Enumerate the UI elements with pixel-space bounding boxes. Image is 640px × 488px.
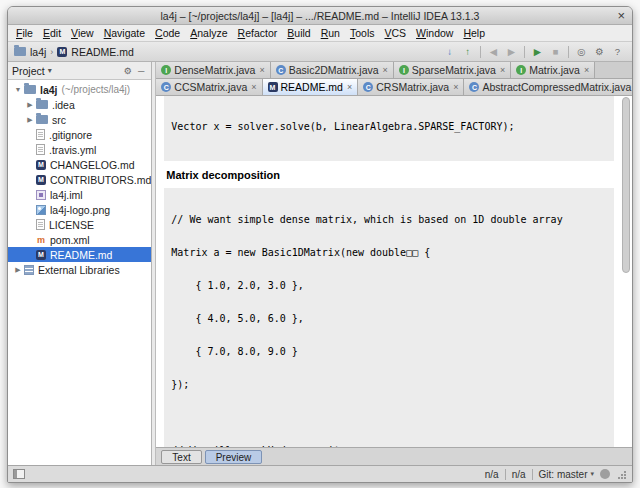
resize-grip[interactable] [616,469,627,480]
markdown-icon [36,175,46,185]
close-tab-icon[interactable]: × [453,82,458,92]
expand-arrow-icon[interactable]: ▼ [13,86,23,93]
run-icon[interactable]: ▶ [529,44,546,59]
menu-view[interactable]: View [66,26,99,40]
tab-label: DenseMatrix.java [174,64,255,76]
close-tab-icon[interactable]: × [251,82,256,92]
inspections-icon[interactable] [600,469,610,479]
tab-text-mode[interactable]: Text [161,450,201,464]
help-icon[interactable]: ? [609,44,626,59]
tree-item-gitignore[interactable]: .gitignore [8,127,151,142]
tree-item-contributors-md[interactable]: CONTRIBUTORS.md [8,172,151,187]
menu-file[interactable]: File [11,26,38,40]
toolbar-divider [480,46,481,58]
stop-icon[interactable]: ■ [547,44,564,59]
status-bar: n/a n/a Git: master ▾ [8,465,632,482]
tab-matrix[interactable]: Matrix.java × [511,62,595,78]
tree-item-src[interactable]: ▶ src [8,112,151,127]
menu-tools[interactable]: Tools [345,26,380,40]
collapse-arrow-icon[interactable]: ▶ [25,116,35,124]
editor-tab-row-1: DenseMatrix.java × Basic2DMatrix.java × … [156,62,632,79]
encoding-indicator: n/a [512,469,526,480]
title-bar: la4j – [~/projects/la4j] – [la4j] – .../… [8,7,632,25]
close-window-icon[interactable]: × [617,7,625,24]
close-tab-icon[interactable]: × [347,82,352,92]
back-icon[interactable]: ◀ [485,44,502,59]
collapse-arrow-icon[interactable]: ▶ [25,101,35,109]
tree-item-label: External Libraries [38,264,120,276]
menu-refactor[interactable]: Refactor [233,26,283,40]
tab-label: Basic2DMatrix.java [289,64,379,76]
breadcrumb-project[interactable]: la4j [30,46,46,58]
tab-ccsmatrix[interactable]: CCSMatrix.java × [156,79,262,95]
markdown-icon [57,47,67,57]
tab-preview-mode[interactable]: Preview [205,450,263,464]
tree-item-changelog-md[interactable]: CHANGELOG.md [8,157,151,172]
tree-item-la4j-iml[interactable]: la4j.iml [8,187,151,202]
menu-edit[interactable]: Edit [38,26,66,40]
vcs-commit-icon[interactable]: ↑ [459,44,476,59]
gear-icon[interactable]: ⚙ [121,66,135,76]
tab-sparsematrix[interactable]: SparseMatrix.java × [394,62,511,78]
markdown-preview: Vector x = solver.solve(b, LinearAlgebra… [156,96,632,447]
tab-basic2dmatrix[interactable]: Basic2DMatrix.java × [271,62,394,78]
text-file-icon [36,129,45,140]
menu-analyze[interactable]: Analyze [185,26,232,40]
menu-build[interactable]: Build [282,26,315,40]
tree-item-readme-md[interactable]: README.md [8,247,151,262]
menu-help[interactable]: Help [458,26,490,40]
search-icon[interactable]: ◎ [573,44,590,59]
tree-item-external-libraries[interactable]: ▶ External Libraries [8,262,151,277]
class-icon [161,82,171,92]
tab-label: CCSMatrix.java [174,81,247,93]
library-icon [24,265,34,275]
menu-vcs[interactable]: VCS [379,26,411,40]
tree-item-license[interactable]: LICENSE [8,217,151,232]
tab-abstractcompressedmatrix[interactable]: AbstractCompressedMatrix.java × [464,79,632,95]
navigation-bar: la4j › README.md ↓ ↑ ◀ ▶ ▶ ■ ◎ ⚙ ? [8,42,632,62]
menu-code[interactable]: Code [150,26,185,40]
tree-item-label: la4j-logo.png [50,204,110,216]
folder-icon [14,47,26,56]
project-panel-title[interactable]: Project [12,65,45,77]
vcs-update-icon[interactable]: ↓ [441,44,458,59]
class-icon [363,82,373,92]
interface-icon [399,65,409,75]
tab-crsmatrix[interactable]: CRSMatrix.java × [358,79,464,95]
tab-label: Matrix.java [529,64,580,76]
tree-item-la4j-logo-png[interactable]: la4j-logo.png [8,202,151,217]
maven-icon [36,235,46,245]
chevron-down-icon[interactable]: ▾ [48,66,52,75]
menu-navigate[interactable]: Navigate [99,26,150,40]
chevron-down-icon: ▾ [590,470,594,478]
scrollbar-thumb[interactable] [622,97,630,273]
editor-area: DenseMatrix.java × Basic2DMatrix.java × … [156,62,632,465]
forward-icon[interactable]: ▶ [503,44,520,59]
toolwindow-toggle-icon[interactable] [13,469,25,479]
close-tab-icon[interactable]: × [259,65,264,75]
tree-item-pom-xml[interactable]: pom.xml [8,232,151,247]
git-branch-widget[interactable]: Git: master ▾ [539,469,594,480]
tab-readme-active[interactable]: README.md × [263,79,359,95]
class-icon [469,82,479,92]
hide-panel-icon[interactable]: ─ [135,66,147,76]
code-block-partial: Vector x = solver.solve(b, LinearAlgebra… [164,96,614,161]
image-icon [36,205,46,215]
settings-icon[interactable]: ⚙ [591,44,608,59]
folder-icon [36,115,48,124]
close-tab-icon[interactable]: × [383,65,388,75]
tree-root-la4j[interactable]: ▼ la4j (~/projects/la4j) [8,82,151,97]
editor-scrollbar[interactable] [621,97,631,446]
menu-window[interactable]: Window [411,26,458,40]
menu-run[interactable]: Run [316,26,345,40]
module-icon [36,190,46,200]
matrix-decomposition-heading: Matrix decomposition [166,169,614,181]
breadcrumb-file[interactable]: README.md [71,46,133,58]
close-tab-icon[interactable]: × [500,65,505,75]
collapse-arrow-icon[interactable]: ▶ [13,266,23,274]
close-tab-icon[interactable]: × [584,65,589,75]
tree-item-idea[interactable]: ▶ .idea [8,97,151,112]
tree-item-label: CONTRIBUTORS.md [50,174,151,186]
tree-item-travis-yml[interactable]: .travis.yml [8,142,151,157]
tab-densematrix[interactable]: DenseMatrix.java × [156,62,270,78]
